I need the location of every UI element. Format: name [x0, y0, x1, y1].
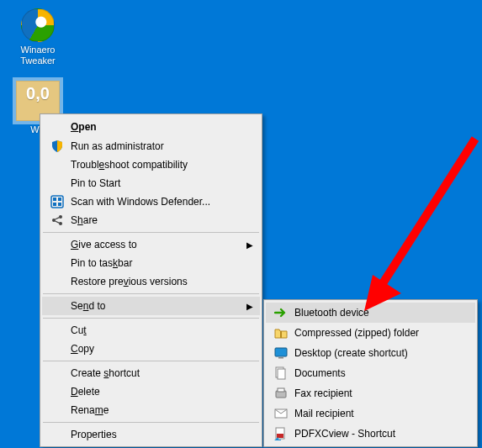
- menu-item-label: Open: [71, 121, 235, 133]
- svg-point-7: [59, 222, 62, 225]
- winaero-swirl-icon: [21, 8, 55, 42]
- svg-point-6: [59, 215, 62, 219]
- share-icon: [49, 213, 66, 227]
- annotation-arrow: [349, 130, 482, 315]
- menu-item-label: Run as administrator: [71, 140, 235, 152]
- sendto-item-pdfxcview[interactable]: PDFXCview - Shortcut: [266, 424, 475, 444]
- menu-item-label: Bluetooth device: [294, 307, 450, 319]
- context-menu: Open Run as administrator Troubleshoot c…: [40, 113, 262, 447]
- menu-item-label: Pin to taskbar: [71, 257, 235, 269]
- menu-item-label: Compressed (zipped) folder: [294, 327, 450, 339]
- menu-item-scan-defender[interactable]: Scan with Windows Defender...: [42, 192, 260, 211]
- menu-item-create-shortcut[interactable]: Create shortcut: [42, 364, 260, 382]
- desktop-icon-winaero-tweaker[interactable]: WinaeroTweaker: [8, 8, 67, 66]
- menu-item-send-to[interactable]: Send to ▶: [42, 297, 260, 315]
- sendto-item-fax[interactable]: Fax recipient: [266, 383, 475, 403]
- menu-item-label: Troubleshoot compatibility: [71, 159, 235, 171]
- menu-item-rename[interactable]: Rename: [42, 401, 260, 419]
- fax-icon: [273, 387, 289, 400]
- svg-rect-17: [277, 434, 283, 438]
- svg-line-18: [379, 139, 475, 290]
- menu-item-label: Rename: [71, 404, 235, 416]
- svg-rect-3: [53, 203, 56, 206]
- menu-separator: [43, 422, 259, 423]
- sendto-submenu: Bluetooth device Compressed (zipped) fol…: [263, 299, 478, 447]
- menu-item-label: Properties: [71, 429, 235, 440]
- menu-item-label: Create shortcut: [71, 367, 235, 379]
- sendto-item-mail[interactable]: Mail recipient: [266, 403, 475, 424]
- defender-icon: [49, 195, 66, 208]
- menu-separator: [43, 293, 259, 294]
- svg-rect-9: [275, 348, 287, 356]
- menu-item-troubleshoot[interactable]: Troubleshoot compatibility: [42, 155, 260, 174]
- menu-item-label: Restore previous versions: [71, 276, 235, 287]
- menu-item-pin-start[interactable]: Pin to Start: [42, 174, 260, 192]
- menu-item-label: Documents: [294, 367, 450, 379]
- svg-rect-12: [278, 369, 285, 379]
- svg-rect-2: [58, 198, 61, 201]
- sendto-item-bluetooth[interactable]: Bluetooth device: [266, 303, 475, 323]
- menu-item-delete[interactable]: Delete: [42, 382, 260, 401]
- menu-item-give-access[interactable]: Give access to ▶: [42, 235, 260, 254]
- svg-rect-4: [58, 203, 61, 206]
- menu-item-pin-taskbar[interactable]: Pin to taskbar: [42, 254, 260, 272]
- menu-item-label: Pin to Start: [71, 177, 235, 189]
- menu-item-label: Send to: [71, 300, 235, 312]
- pdf-shortcut-icon: [273, 427, 289, 440]
- svg-rect-10: [278, 357, 283, 359]
- bluetooth-green-arrow-icon: [273, 306, 289, 319]
- documents-icon: [273, 366, 289, 380]
- svg-rect-1: [53, 198, 56, 201]
- menu-item-properties[interactable]: Properties: [42, 425, 260, 444]
- menu-item-label: Cut: [71, 324, 235, 336]
- svg-rect-14: [278, 388, 284, 392]
- shield-icon: [49, 140, 66, 153]
- menu-item-label: Give access to: [71, 239, 235, 250]
- menu-item-restore-versions[interactable]: Restore previous versions: [42, 272, 260, 291]
- menu-item-label: Fax recipient: [294, 387, 450, 399]
- menu-item-label: Scan with Windows Defender...: [71, 196, 235, 208]
- menu-item-run-as-admin[interactable]: Run as administrator: [42, 137, 260, 155]
- menu-item-copy[interactable]: Copy: [42, 340, 260, 358]
- menu-separator: [43, 232, 259, 233]
- menu-item-open[interactable]: Open: [42, 117, 260, 137]
- desktop-icon: [273, 346, 289, 360]
- menu-separator: [43, 318, 259, 319]
- submenu-arrow-icon: ▶: [246, 240, 253, 250]
- sendto-item-desktop-shortcut[interactable]: Desktop (create shortcut): [266, 343, 475, 363]
- menu-item-label: PDFXCview - Shortcut: [294, 428, 450, 440]
- mail-icon: [273, 407, 289, 420]
- we-tile-text: 0,0: [26, 84, 50, 103]
- submenu-arrow-icon: ▶: [246, 302, 253, 311]
- menu-item-label: Copy: [71, 343, 235, 355]
- menu-item-share[interactable]: Share: [42, 211, 260, 229]
- menu-separator: [43, 361, 259, 361]
- zip-folder-icon: [273, 326, 289, 340]
- sendto-item-compressed[interactable]: Compressed (zipped) folder: [266, 323, 475, 343]
- sendto-item-documents[interactable]: Documents: [266, 363, 475, 383]
- svg-rect-8: [280, 331, 282, 338]
- menu-item-label: Share: [71, 214, 235, 226]
- menu-item-label: Delete: [71, 386, 235, 398]
- desktop-icon-label: WinaeroTweaker: [8, 45, 67, 66]
- menu-item-cut[interactable]: Cut: [42, 321, 260, 340]
- menu-item-label: Desktop (create shortcut): [294, 347, 450, 359]
- menu-item-label: Mail recipient: [294, 408, 450, 419]
